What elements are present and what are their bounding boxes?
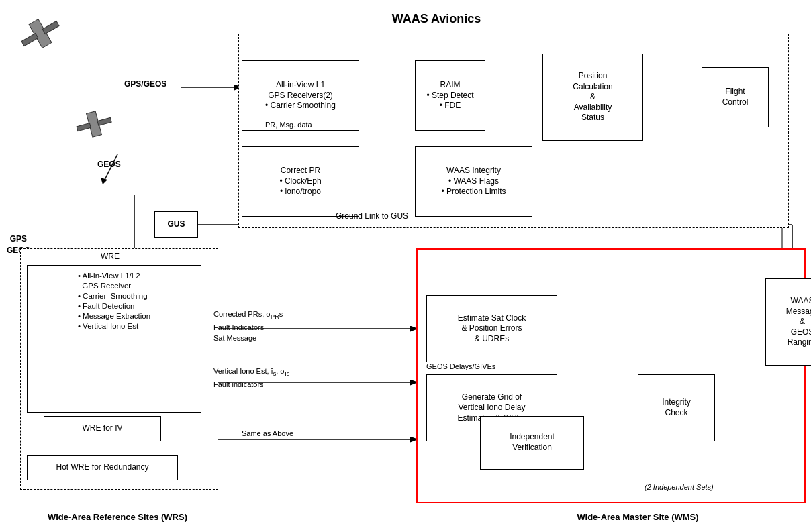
svg-rect-2: [42, 21, 59, 34]
flight-control-box: FlightControl: [702, 67, 769, 127]
wms-bottom-label: Wide-Area Master Site (WMS): [537, 512, 738, 522]
svg-rect-4: [77, 123, 91, 131]
vertical-iono-label: Vertical Iono Est, îs, σIsFault indicato…: [213, 366, 289, 390]
independent-verif-box: IndependentVerification: [480, 416, 584, 470]
geos-label: GEOS: [97, 160, 121, 169]
estimate-sat-box: Estimate Sat Clock& Position Errors& UDR…: [426, 295, 557, 362]
wre-inner-box: • All-in-View L1/L2 GPS Receiver• Carrie…: [27, 265, 201, 413]
corrected-prs-label: Corrected PRs, σPRsFault IndicatorsSat M…: [213, 309, 283, 344]
waas-message-label: WAASMessage&GEOSRanging: [786, 296, 811, 348]
waas-integrity-label: WAAS Integrity• WAAS Flags• Protection L…: [441, 166, 506, 197]
waas-integrity-box: WAAS Integrity• WAAS Flags• Protection L…: [415, 146, 532, 217]
pr-msg-label: PR, Msg. data: [265, 121, 312, 129]
gps-geos-input-label: GPS/GEOS: [124, 79, 166, 89]
hot-wre-box: Hot WRE for Redundancy: [27, 455, 178, 480]
svg-rect-1: [21, 34, 38, 46]
gus-box: GUS: [154, 211, 198, 238]
integrity-check-label: IntegrityCheck: [662, 397, 691, 418]
waas-message-box: WAASMessage&GEOSRanging: [765, 278, 811, 366]
wre-iv-box: WRE for IV: [44, 416, 161, 441]
ground-link-label: Ground Link to GUS: [336, 211, 408, 221]
same-as-above-label: Same as Above: [242, 429, 293, 437]
diagram-container: WAAS Avionics All-in-View L1GPS Receiver…: [0, 0, 811, 532]
svg-rect-5: [97, 117, 111, 125]
svg-rect-0: [29, 19, 52, 48]
two-independent-label: (2 Independent Sets): [645, 483, 714, 491]
svg-marker-7: [101, 178, 107, 184]
independent-verif-label: IndependentVerification: [510, 432, 555, 453]
position-calc-box: PositionCalculation&AvailabilityStatus: [542, 54, 643, 141]
wre-inner-label: • All-in-View L1/L2 GPS Receiver• Carrie…: [78, 271, 150, 331]
wrs-bottom-label: Wide-Area Reference Sites (WRS): [13, 512, 222, 522]
integrity-check-box: IntegrityCheck: [638, 374, 715, 441]
geos-delays-label: GEOS Delays/GIVEs: [426, 362, 495, 370]
flight-control-label: FlightControl: [722, 87, 749, 107]
correct-pr-label: Correct PR• Clock/Eph• iono/tropo: [279, 166, 321, 197]
correct-pr-box: Correct PR• Clock/Eph• iono/tropo: [242, 146, 359, 217]
position-calc-label: PositionCalculation&AvailabilityStatus: [573, 71, 612, 123]
raim-label: RAIM• Step Detect• FDE: [426, 80, 473, 111]
raim-box: RAIM• Step Detect• FDE: [415, 60, 485, 131]
all-in-view-label: All-in-View L1GPS Receivers(2)• Carrier …: [265, 80, 336, 111]
waas-avionics-title: WAAS Avionics: [269, 12, 604, 26]
wre-label: WRE: [101, 252, 120, 261]
estimate-sat-label: Estimate Sat Clock& Position Errors& UDR…: [458, 313, 526, 345]
